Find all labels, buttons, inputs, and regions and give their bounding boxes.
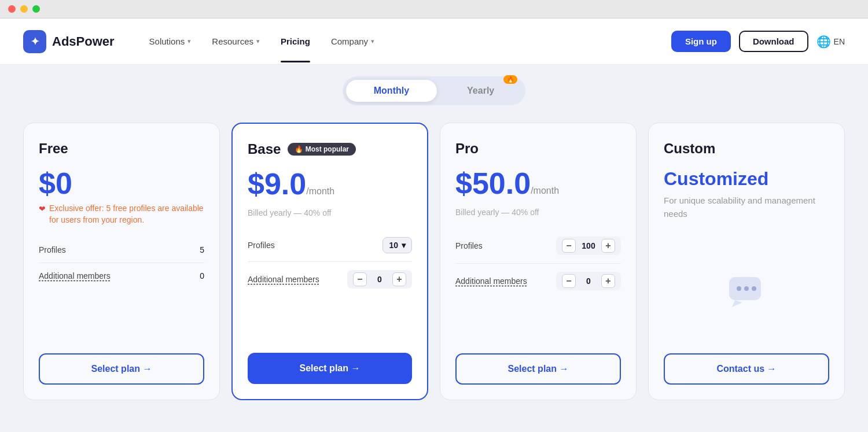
pro-select-plan-button[interactable]: Select plan → <box>455 353 621 385</box>
base-profiles-dropdown[interactable]: 10 ▾ <box>382 237 412 253</box>
pro-plan-name: Pro <box>455 141 479 157</box>
base-members-value: 0 <box>372 275 388 284</box>
base-members-row: Additional members − 0 + <box>248 262 412 297</box>
chat-svg <box>726 271 767 312</box>
logo-text: AdsPower <box>52 34 115 49</box>
billing-toggle-wrap: Monthly Yearly 🔥 <box>23 76 845 105</box>
pricing-cards-grid: Free $0 ❤ Exclusive offer: 5 free profil… <box>23 123 845 400</box>
maximize-button[interactable] <box>32 5 40 13</box>
chevron-down-icon: ▾ <box>256 38 260 45</box>
pro-price-area: $50.0/month <box>455 168 621 198</box>
monthly-toggle[interactable]: Monthly <box>346 80 437 102</box>
profiles-label: Profiles <box>455 241 483 250</box>
pro-profiles-value: 100 <box>580 241 597 250</box>
pro-plan-header: Pro <box>455 141 621 157</box>
chat-bubble-icon <box>726 271 767 312</box>
profiles-label: Profiles <box>39 245 66 254</box>
minimize-button[interactable] <box>20 5 28 13</box>
globe-icon: 🌐 <box>816 35 831 49</box>
profiles-label: Profiles <box>248 241 275 250</box>
custom-contact-button[interactable]: Contact us → <box>664 353 829 385</box>
free-profiles-value: 5 <box>200 245 204 254</box>
pro-profiles-row: Profiles − 100 + <box>455 228 621 264</box>
svg-point-1 <box>737 286 741 291</box>
members-label: Additional members <box>248 275 319 284</box>
base-plan-name: Base <box>248 141 281 157</box>
billing-toggle: Monthly Yearly 🔥 <box>343 76 525 105</box>
base-price-area: $9.0/month <box>248 169 412 199</box>
base-profiles-row: Profiles 10 ▾ <box>248 229 412 262</box>
pro-plan-card: Pro $50.0/month Billed yearly — 40% off … <box>440 123 637 400</box>
base-select-plan-button[interactable]: Select plan → <box>248 353 412 384</box>
nav-right: Sign up Download 🌐 EN <box>671 31 845 52</box>
download-button[interactable]: Download <box>739 31 808 52</box>
custom-plan-header: Custom <box>664 141 829 157</box>
pro-features: Profiles − 100 + Additional members − 0 … <box>455 228 621 342</box>
chat-icon-area <box>664 230 829 353</box>
pro-billing-note: Billed yearly — 40% off <box>455 208 621 217</box>
pro-members-stepper: − 0 + <box>556 272 621 290</box>
yearly-toggle[interactable]: Yearly 🔥 <box>439 80 522 102</box>
svg-point-2 <box>744 286 749 291</box>
nav-resources[interactable]: Resources ▾ <box>212 36 260 46</box>
free-price: $0 <box>39 167 72 200</box>
free-features: Profiles 5 Additional members 0 <box>39 237 204 342</box>
nav-company[interactable]: Company ▾ <box>331 36 374 46</box>
free-plan-header: Free <box>39 141 204 157</box>
members-label: Additional members <box>455 276 527 286</box>
close-button[interactable] <box>8 5 16 13</box>
free-exclusive-offer: ❤ Exclusive offer: 5 free profiles are a… <box>39 203 204 226</box>
custom-price: Customized <box>664 168 829 190</box>
language-button[interactable]: 🌐 EN <box>816 35 845 49</box>
free-members-value: 0 <box>200 271 204 280</box>
chevron-down-icon: ▾ <box>187 38 191 45</box>
nav-pricing[interactable]: Pricing <box>281 36 310 46</box>
free-plan-card: Free $0 ❤ Exclusive offer: 5 free profil… <box>23 123 220 400</box>
pro-members-increment[interactable]: + <box>601 274 615 288</box>
free-profiles-row: Profiles 5 <box>39 237 204 263</box>
navbar: ✦ AdsPower Solutions ▾ Resources ▾ Prici… <box>0 19 868 65</box>
pro-profiles-decrement[interactable]: − <box>562 239 576 253</box>
base-members-decrement[interactable]: − <box>353 272 367 286</box>
pro-price: $50.0/month <box>455 167 559 200</box>
popular-badge: 🔥 Most popular <box>288 143 356 156</box>
chevron-down-icon: ▾ <box>402 241 406 250</box>
window-chrome <box>0 0 868 19</box>
pro-profiles-stepper: − 100 + <box>556 237 621 255</box>
custom-plan-card: Custom Customized For unique scalability… <box>648 123 845 400</box>
svg-point-3 <box>752 286 756 291</box>
free-price-area: $0 <box>39 168 204 198</box>
base-plan-header: Base 🔥 Most popular <box>248 141 412 157</box>
base-features: Profiles 10 ▾ Additional members − 0 + <box>248 229 412 341</box>
yearly-discount-badge: 🔥 <box>503 75 517 84</box>
free-members-row: Additional members 0 <box>39 263 204 289</box>
base-members-stepper: − 0 + <box>347 270 412 289</box>
heart-icon: ❤ <box>39 204 46 215</box>
members-label: Additional members <box>39 271 111 280</box>
nav-solutions[interactable]: Solutions ▾ <box>149 36 192 46</box>
logo[interactable]: ✦ AdsPower <box>23 30 115 53</box>
base-price: $9.0/month <box>248 167 334 201</box>
logo-icon: ✦ <box>23 30 46 53</box>
signup-button[interactable]: Sign up <box>671 31 731 52</box>
pro-profiles-increment[interactable]: + <box>601 239 615 253</box>
chevron-down-icon: ▾ <box>371 38 374 45</box>
base-members-increment[interactable]: + <box>392 272 406 286</box>
main-content: Monthly Yearly 🔥 Free $0 ❤ Exclusive off… <box>0 65 868 418</box>
pro-members-row: Additional members − 0 + <box>455 264 621 298</box>
custom-plan-name: Custom <box>664 141 715 157</box>
base-billing-note: Billed yearly — 40% off <box>248 208 412 217</box>
pro-members-value: 0 <box>580 276 597 286</box>
pro-members-decrement[interactable]: − <box>562 274 576 288</box>
custom-description: For unique scalability and management ne… <box>664 194 829 220</box>
base-plan-card: Base 🔥 Most popular $9.0/month Billed ye… <box>231 123 428 400</box>
free-select-plan-button[interactable]: Select plan → <box>39 353 204 385</box>
nav-links: Solutions ▾ Resources ▾ Pricing Company … <box>149 36 374 46</box>
free-plan-name: Free <box>39 141 68 157</box>
